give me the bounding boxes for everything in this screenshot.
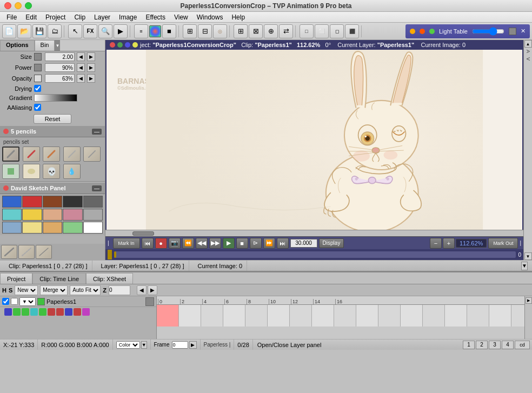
david-panel-toggle[interactable]: — xyxy=(92,185,102,191)
mark-in-btn[interactable]: Mark In xyxy=(113,238,140,249)
layer-settings-btn[interactable] xyxy=(145,297,154,306)
ind-green3[interactable] xyxy=(39,308,46,316)
color-mode-btn[interactable]: ▼ xyxy=(141,341,147,349)
drying-checkbox[interactable] xyxy=(34,85,41,92)
import-button[interactable]: ⬜ xyxy=(315,24,329,38)
frame-15[interactable] xyxy=(489,305,511,327)
menu-windows[interactable]: Windows xyxy=(192,12,228,22)
menu-effects[interactable]: Effects xyxy=(141,12,169,22)
pencil-4[interactable] xyxy=(63,146,81,162)
swatch-ltgreen[interactable] xyxy=(63,222,82,234)
color-mode-section[interactable]: Color ▼ xyxy=(113,339,151,350)
bottom-tool-1[interactable] xyxy=(1,245,17,259)
onion-button[interactable]: ◎ xyxy=(213,24,227,38)
swatch-red[interactable] xyxy=(22,196,42,208)
bin-tab[interactable]: Bin xyxy=(35,40,55,51)
frame-0[interactable] xyxy=(157,305,179,327)
swatch-yellow[interactable] xyxy=(22,209,42,221)
frame-select-section[interactable]: Frame ▶ xyxy=(151,339,201,350)
frame-12[interactable] xyxy=(423,305,445,327)
grid3-button[interactable]: ⊠ xyxy=(249,24,263,38)
frame-9[interactable] xyxy=(356,305,378,327)
grid-button[interactable]: ⊞ xyxy=(183,24,197,38)
save-as-button[interactable]: 🗂 xyxy=(48,24,62,38)
drawing-canvas[interactable]: BARNAS-ARK.NO ©Sdlmoulis.media xyxy=(107,50,522,230)
menu-clip[interactable]: Clip xyxy=(70,12,90,22)
swatch-ltorange[interactable] xyxy=(43,222,62,234)
layer-expand[interactable]: ▼ xyxy=(19,297,36,306)
size-mode-btn[interactable] xyxy=(34,53,42,61)
frame-position-bar[interactable]: 0 xyxy=(105,249,523,260)
maximize-button[interactable] xyxy=(25,2,32,9)
timeline-frame-cells[interactable] xyxy=(157,305,524,327)
swatch-dkgray[interactable] xyxy=(83,196,103,208)
tl-scroll-left[interactable]: ◀ xyxy=(137,285,147,295)
options-tab[interactable]: Options xyxy=(0,40,35,51)
frame-nav-btn[interactable]: ▶ xyxy=(189,341,197,349)
swatch-orange[interactable] xyxy=(43,196,62,208)
tl-start-frame[interactable] xyxy=(109,285,130,295)
menu-image[interactable]: Image xyxy=(115,12,141,22)
play-step-fwd[interactable]: ▶▶ xyxy=(209,238,221,249)
ind-blue[interactable] xyxy=(4,308,12,316)
frame-5[interactable] xyxy=(268,305,290,327)
ind-magenta[interactable] xyxy=(82,308,90,316)
play-stop[interactable]: ■ xyxy=(236,238,248,249)
menu-layer[interactable]: Layer xyxy=(90,12,115,22)
page-2-btn[interactable]: 2 xyxy=(476,341,488,349)
new-button[interactable]: 📄 xyxy=(2,24,16,38)
page-cd-btn[interactable]: cd xyxy=(515,341,530,349)
save-button[interactable]: 💾 xyxy=(32,24,46,38)
tl-scroll-right[interactable]: ▶ xyxy=(148,285,157,295)
play-forward[interactable]: ▶ xyxy=(223,238,235,249)
color-button[interactable] xyxy=(149,25,161,37)
layer-color-swatch[interactable] xyxy=(37,298,45,305)
layers-button[interactable]: ≡ xyxy=(134,24,148,38)
menu-edit[interactable]: Edit xyxy=(21,12,41,22)
frame-10[interactable] xyxy=(378,305,401,327)
frame-16[interactable] xyxy=(511,305,524,327)
opacity-mode-btn[interactable] xyxy=(34,75,42,82)
lt-dot1[interactable] xyxy=(410,29,415,34)
grid2-button[interactable]: ⊞ xyxy=(234,24,248,38)
clear-button[interactable]: ◻ xyxy=(330,24,344,38)
swatch-peach[interactable] xyxy=(43,209,62,221)
bottom-tool-2[interactable] xyxy=(18,245,35,259)
frame-6[interactable] xyxy=(290,305,312,327)
ind-red3[interactable] xyxy=(74,308,81,316)
ind-green2[interactable] xyxy=(22,308,29,316)
menu-project[interactable]: Project xyxy=(41,12,70,22)
pencils-toggle[interactable]: — xyxy=(92,129,102,135)
mark-out-btn[interactable]: Mark Out xyxy=(488,238,518,249)
play-camera[interactable]: 📷 xyxy=(169,238,181,249)
frame-4[interactable] xyxy=(245,305,268,327)
zoom-in[interactable]: + xyxy=(443,238,455,249)
swatch-ltblue[interactable] xyxy=(2,222,22,234)
zoom-out[interactable]: − xyxy=(430,238,442,249)
project-tab[interactable]: Project xyxy=(0,273,32,284)
power-mode-btn[interactable] xyxy=(34,64,42,71)
frame-11[interactable] xyxy=(401,305,423,327)
tl-right-arrow[interactable]: ▶ xyxy=(526,297,532,304)
flip-button[interactable]: ⇄ xyxy=(279,24,293,38)
tool-eyedrop[interactable]: 💧 xyxy=(63,164,81,179)
reset-button[interactable]: Reset xyxy=(34,114,72,124)
aaliasing-checkbox[interactable] xyxy=(34,104,41,111)
ind-green[interactable] xyxy=(13,308,21,316)
menu-file[interactable]: File xyxy=(2,12,21,22)
power-decrement[interactable]: ◀ xyxy=(77,63,85,72)
size-input[interactable]: 2.00 xyxy=(45,52,75,61)
canvas-hscroll[interactable] xyxy=(105,230,523,236)
swatch-cyan[interactable] xyxy=(2,209,22,221)
play-button[interactable]: ▶ xyxy=(114,24,128,38)
clip-timeline-tab[interactable]: Clip: Time Line xyxy=(32,273,86,284)
frame-8[interactable] xyxy=(334,305,356,327)
pencil-2[interactable] xyxy=(23,146,40,162)
tl-merge-select[interactable]: Merge xyxy=(40,285,68,295)
light-table-slider[interactable] xyxy=(472,28,504,35)
render-button[interactable]: ⬛ xyxy=(345,24,359,38)
lt-dot2[interactable] xyxy=(420,29,425,34)
power-input[interactable] xyxy=(45,63,75,72)
frame-1[interactable] xyxy=(179,305,201,327)
pencil-1[interactable] xyxy=(2,146,19,162)
